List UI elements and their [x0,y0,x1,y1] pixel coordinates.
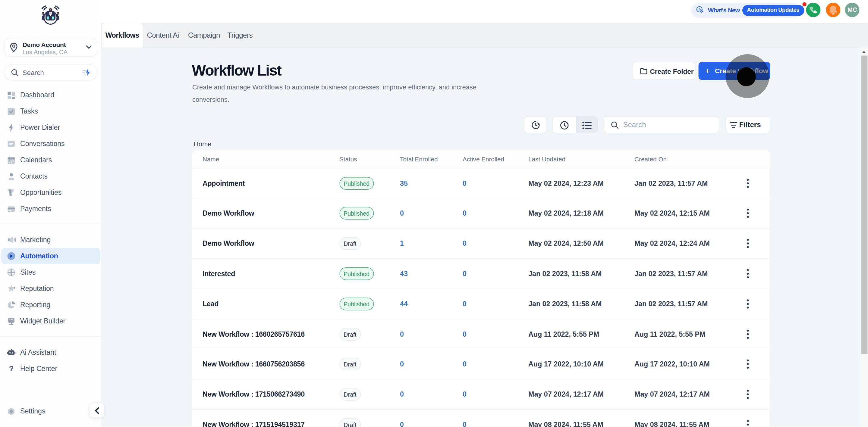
svg-text:?: ? [9,364,14,373]
